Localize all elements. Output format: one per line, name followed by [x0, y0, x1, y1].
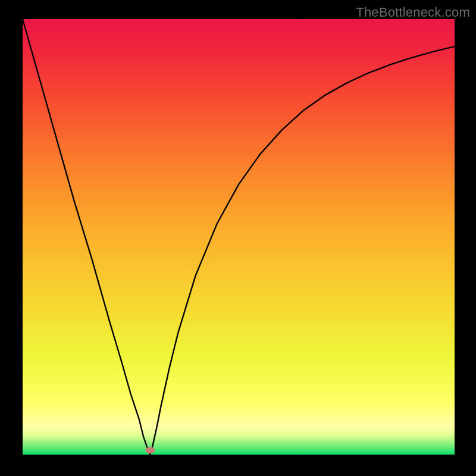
plot-background: [23, 19, 455, 455]
chart-svg: [0, 0, 476, 476]
watermark: TheBottleneck.com: [356, 5, 470, 20]
chart-frame: { "watermark": "TheBottleneck.com", "col…: [0, 0, 476, 476]
minimum-dot: [145, 447, 155, 453]
